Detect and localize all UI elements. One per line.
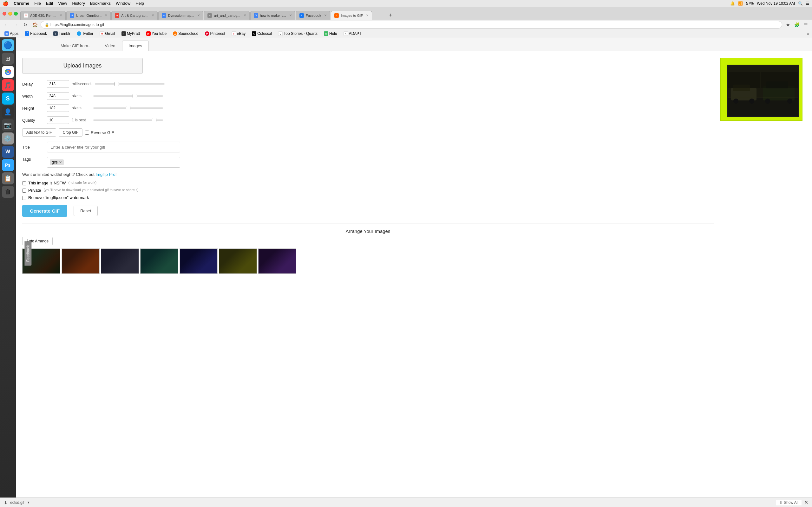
menu-edit[interactable]: Edit xyxy=(46,1,53,6)
apple-menu[interactable]: 🍎 xyxy=(3,1,9,6)
delay-input[interactable] xyxy=(47,80,69,88)
dock-chrome[interactable] xyxy=(2,66,14,78)
tab-3[interactable]: A Art & Cartograp... ✕ xyxy=(111,11,158,20)
feedback-tab[interactable]: Feedback xyxy=(24,241,32,266)
bookmarks-more-icon[interactable]: » xyxy=(807,31,809,36)
tab-4[interactable]: W Dymaxion map... ✕ xyxy=(158,11,204,20)
tab-make-gif[interactable]: Make GIF from... xyxy=(54,41,98,51)
control-strip-icon[interactable]: ☰ xyxy=(806,1,809,6)
dock-notes[interactable]: 📋 xyxy=(2,172,14,184)
width-row: Width pixels xyxy=(22,92,714,100)
quality-input[interactable] xyxy=(47,116,69,124)
height-slider[interactable] xyxy=(93,107,163,109)
bottom-bar-close[interactable]: ✕ xyxy=(804,499,808,505)
dock-photo[interactable]: 📷 xyxy=(2,119,14,131)
nsfw-checkbox[interactable] xyxy=(22,181,26,185)
dock-user[interactable]: 👤 xyxy=(2,106,14,118)
bookmark-adapt[interactable]: A ADAPT xyxy=(342,31,363,37)
bookmark-facebook[interactable]: f Facebook xyxy=(23,31,49,37)
thumbnail-7[interactable] xyxy=(258,248,296,274)
add-text-button[interactable]: Add text to GIF xyxy=(22,128,56,136)
dock-word[interactable]: W xyxy=(2,146,14,158)
thumbnail-5[interactable] xyxy=(180,248,217,274)
menu-chrome[interactable]: Chrome xyxy=(14,1,29,6)
bookmark-youtube[interactable]: ▶ YouTube xyxy=(144,31,168,37)
reset-button[interactable]: Reset xyxy=(73,206,98,216)
height-input[interactable] xyxy=(47,104,69,112)
title-input[interactable] xyxy=(47,142,180,153)
dock-launchpad[interactable]: ⊞ xyxy=(2,53,14,65)
forward-button[interactable]: → xyxy=(12,21,20,29)
home-button[interactable]: 🏠 xyxy=(31,21,39,29)
menu-help[interactable]: Help xyxy=(136,1,144,6)
private-subtext: (you'll have to download your animated g… xyxy=(44,188,138,192)
generate-gif-button[interactable]: Generate GIF xyxy=(22,205,67,217)
fullscreen-button[interactable] xyxy=(14,12,18,15)
show-all-button[interactable]: ⬇ Show All xyxy=(776,500,802,505)
reverse-gif-checkbox[interactable] xyxy=(85,130,89,135)
menu-history[interactable]: History xyxy=(72,1,85,6)
thumbnail-3[interactable] xyxy=(101,248,139,274)
bookmark-ebay[interactable]: e eBay xyxy=(230,31,247,37)
bookmark-colossal[interactable]: C Colossal xyxy=(250,31,274,37)
bookmark-mypratt[interactable]: P MyPratt xyxy=(119,31,142,37)
menu-bookmarks[interactable]: Bookmarks xyxy=(90,1,111,6)
bookmark-apps[interactable]: ⊞ Apps xyxy=(3,31,20,37)
reverse-gif-label[interactable]: Reverse GIF xyxy=(85,130,114,135)
tab-2[interactable]: U Urban Omnibu... ✕ xyxy=(66,11,111,20)
thumbnail-4[interactable] xyxy=(140,248,178,274)
bookmark-gmail[interactable]: M Gmail xyxy=(98,31,117,37)
reload-button[interactable]: ↻ xyxy=(21,21,29,29)
thumbnail-6[interactable] xyxy=(219,248,257,274)
tag-remove-gifs[interactable]: ✕ xyxy=(59,160,62,164)
menu-view[interactable]: View xyxy=(58,1,67,6)
width-slider[interactable] xyxy=(93,95,163,97)
new-tab-button[interactable]: + xyxy=(386,11,395,20)
tags-input[interactable]: gifs ✕ xyxy=(47,157,180,168)
menu-file[interactable]: File xyxy=(34,1,41,6)
close-button[interactable] xyxy=(3,12,6,15)
width-input[interactable] xyxy=(47,92,69,100)
chrome-menu-icon[interactable]: ☰ xyxy=(802,21,809,29)
dock-trash[interactable]: 🗑 xyxy=(2,186,14,198)
tab-images[interactable]: Images xyxy=(122,41,149,51)
url-bar[interactable]: 🔒 https://imgflip.com/images-to-gif xyxy=(41,21,782,29)
tab-1[interactable]: M ADE 630: Rem... ✕ xyxy=(20,11,66,20)
dock-settings[interactable]: ⚙️ xyxy=(2,132,14,145)
bookmark-twitter[interactable]: t Twitter xyxy=(75,31,95,37)
placeholder-tab xyxy=(373,11,386,20)
filename-dropdown[interactable]: ▼ xyxy=(27,501,30,504)
imgflip-pro-link[interactable]: Imgflip Pro xyxy=(96,172,115,177)
bookmark-star-icon[interactable]: ★ xyxy=(784,21,792,29)
upload-images-button[interactable]: Upload Images xyxy=(22,58,143,74)
bookmark-tumblr[interactable]: t Tumblr xyxy=(51,31,72,37)
delay-slider[interactable] xyxy=(95,83,165,84)
bookmark-quartz[interactable]: Q Top Stories - Quartz xyxy=(276,31,319,37)
tab-7[interactable]: f Facebook ✕ xyxy=(296,11,330,20)
dock-skype[interactable]: S xyxy=(2,93,14,105)
dock-music[interactable]: 🎵 xyxy=(2,79,14,91)
dock-photoshop[interactable]: Ps xyxy=(2,159,14,171)
bookmark-pinterest[interactable]: P Pinterest xyxy=(203,31,227,37)
download-icon: ⬇ xyxy=(4,500,8,505)
watermark-checkbox[interactable] xyxy=(22,196,26,200)
bookmark-soundcloud[interactable]: ☁ Soundcloud xyxy=(171,31,200,37)
bookmark-hulu[interactable]: h Hulu xyxy=(322,31,339,37)
tab-video[interactable]: Video xyxy=(98,41,122,51)
tab-6[interactable]: G how to make ic... ✕ xyxy=(250,11,296,20)
private-checkbox[interactable] xyxy=(22,188,26,193)
search-icon[interactable]: 🔍 xyxy=(798,1,803,6)
menu-window[interactable]: Window xyxy=(116,1,131,6)
nsfw-label: This image is NSFW xyxy=(28,181,66,185)
tab-8[interactable]: i Images to GIF ✕ xyxy=(331,11,372,20)
quality-slider[interactable] xyxy=(93,119,163,121)
tab-5[interactable]: a art_and_cartog... ✕ xyxy=(204,11,249,20)
dock-finder[interactable]: 🔵 xyxy=(2,39,14,51)
minimize-button[interactable] xyxy=(8,12,12,15)
back-button[interactable]: ← xyxy=(3,21,10,29)
crop-gif-button[interactable]: Crop GIF xyxy=(59,128,83,136)
notification-icon[interactable]: 🔔 xyxy=(730,1,735,6)
chrome-window: M ADE 630: Rem... ✕ U Urban Omnibu... ✕ … xyxy=(0,7,812,507)
thumbnail-2[interactable] xyxy=(61,248,100,274)
chrome-extension-icon[interactable]: 🧩 xyxy=(793,21,801,29)
